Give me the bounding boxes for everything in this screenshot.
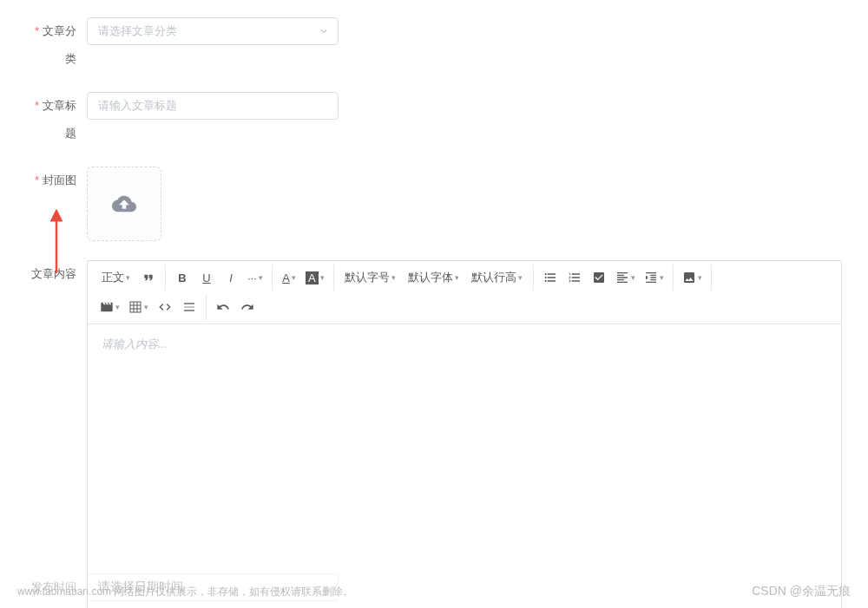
category-placeholder: 请选择文章分类 (98, 23, 177, 39)
italic-button[interactable]: I (220, 266, 242, 289)
line-height-select[interactable]: 默认行高▾ (466, 266, 528, 289)
caret-down-icon: ▾ (144, 303, 148, 311)
toolbar-group-font: 默认字号▾ 默认字体▾ 默认行高▾ (334, 265, 534, 291)
toolbar-group-history (207, 294, 264, 320)
table-button[interactable]: ▾ (125, 296, 152, 318)
toolbar-group-heading: 正文▾ (91, 265, 166, 291)
indent-button[interactable]: ▾ (641, 266, 667, 289)
heading-select[interactable]: 正文▾ (96, 266, 135, 289)
editor-placeholder: 请输入内容... (102, 337, 168, 350)
caret-down-icon: ▾ (115, 303, 120, 311)
caret-down-icon: ▾ (660, 273, 664, 282)
undo-button[interactable] (212, 296, 234, 318)
bold-button[interactable]: B (171, 266, 194, 289)
caret-down-icon: ▾ (292, 273, 296, 282)
image-button[interactable]: ▾ (679, 266, 706, 289)
category-label: 文章分类 (26, 17, 87, 73)
font-family-select[interactable]: 默认字体▾ (403, 266, 464, 289)
svg-rect-0 (130, 302, 141, 312)
title-row: 文章标题 请输入文章标题 (26, 92, 842, 147)
video-button[interactable]: ▾ (96, 296, 123, 318)
redo-button[interactable] (236, 296, 259, 318)
content-label: 文章内容 (26, 260, 87, 288)
category-row: 文章分类 请选择文章分类 (26, 17, 842, 73)
toolbar-group-format: B U I ···▾ (166, 265, 273, 291)
category-select[interactable]: 请选择文章分类 (87, 17, 339, 45)
todo-list-button[interactable] (588, 266, 610, 289)
ordered-list-button[interactable] (563, 266, 586, 289)
upload-cloud-icon (112, 192, 136, 216)
toolbar-row-2: ▾ ▾ (91, 291, 838, 320)
svg-rect-7 (184, 310, 194, 311)
cover-upload[interactable] (87, 167, 161, 241)
chevron-down-icon (319, 26, 329, 36)
more-format-button[interactable]: ···▾ (244, 266, 266, 289)
caret-down-icon: ▾ (518, 273, 523, 282)
rich-text-editor: 正文▾ B U I ···▾ A▾ A▾ (87, 260, 842, 608)
underline-button[interactable]: U (195, 266, 218, 289)
watermark-left: www.taomaban.com 网络图片仅供展示，非存储，如有侵权请联系删除。 (17, 585, 353, 599)
editor-content-area[interactable]: 请输入内容... (88, 324, 841, 608)
toolbar-group-media: ▾ (674, 265, 712, 291)
svg-rect-6 (184, 306, 194, 307)
watermark-right: CSDN @余温无痕 (752, 584, 851, 599)
caret-down-icon: ▾ (631, 273, 635, 282)
title-content: 请输入文章标题 (87, 92, 842, 120)
category-content: 请选择文章分类 (87, 17, 842, 45)
quote-button[interactable] (137, 266, 160, 289)
caret-down-icon: ▾ (126, 273, 130, 282)
caret-down-icon: ▾ (391, 273, 396, 282)
content-content: 正文▾ B U I ···▾ A▾ A▾ (87, 260, 842, 608)
editor-toolbar: 正文▾ B U I ···▾ A▾ A▾ (88, 261, 841, 324)
bullet-list-button[interactable] (539, 266, 562, 289)
svg-rect-5 (184, 303, 194, 304)
title-label: 文章标题 (26, 92, 87, 147)
toolbar-group-list: ▾ ▾ (534, 265, 674, 291)
toolbar-group-color: A▾ A▾ (273, 265, 334, 291)
caret-down-icon: ▾ (320, 273, 325, 282)
content-row: 文章内容 正文▾ B U I (26, 260, 842, 608)
cover-row: 封面图 (26, 167, 842, 241)
caret-down-icon: ▾ (455, 273, 459, 282)
font-color-button[interactable]: A▾ (278, 266, 300, 289)
bg-color-button[interactable]: A▾ (302, 266, 328, 289)
caret-down-icon: ▾ (698, 273, 702, 282)
cover-label: 封面图 (26, 167, 87, 194)
article-form: 文章分类 请选择文章分类 文章标题 请输入文章标题 封面图 (0, 0, 868, 608)
title-placeholder: 请输入文章标题 (98, 98, 177, 114)
divider-button[interactable] (178, 296, 201, 318)
toolbar-group-insert: ▾ ▾ (91, 294, 207, 320)
title-input[interactable]: 请输入文章标题 (87, 92, 339, 120)
font-size-select[interactable]: 默认字号▾ (339, 266, 401, 289)
cover-content (87, 167, 842, 241)
code-button[interactable] (154, 296, 176, 318)
caret-down-icon: ▾ (259, 273, 263, 282)
align-button[interactable]: ▾ (612, 266, 639, 289)
